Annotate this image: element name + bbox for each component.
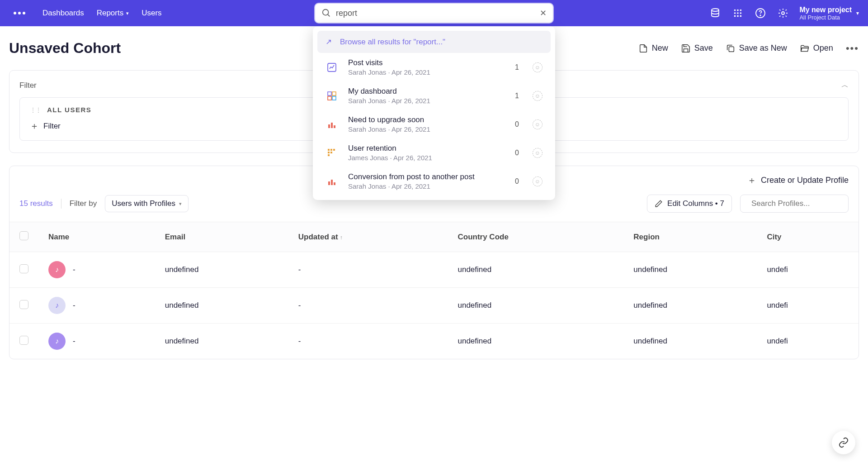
cell-country: undefined: [448, 324, 623, 359]
open-button[interactable]: Open: [800, 43, 833, 53]
svg-rect-26: [328, 152, 330, 153]
edit-columns-button[interactable]: Edit Columns • 7: [647, 195, 732, 213]
col-country[interactable]: Country Code: [448, 222, 623, 252]
result-type-icon: [326, 147, 338, 159]
table-row[interactable]: ♪- undefined - undefined undefined undef…: [9, 252, 859, 288]
avatar: ♪: [48, 333, 66, 350]
col-email[interactable]: Email: [155, 222, 288, 252]
search-result-row[interactable]: Need to upgrade soon Sarah Jonas · Apr 2…: [317, 110, 551, 138]
select-all-checkbox[interactable]: [19, 231, 28, 240]
result-count: 1: [515, 63, 519, 71]
header-actions: New Save Save as New Open •••: [638, 43, 859, 54]
cell-name: -: [73, 265, 75, 274]
help-icon[interactable]: [754, 7, 767, 19]
nav-reports-label: Reports: [97, 9, 124, 18]
users-with-profiles-dropdown[interactable]: Users with Profiles ▾: [105, 195, 189, 212]
result-title: Post visits: [348, 58, 505, 67]
nav-dashboards[interactable]: Dashboards: [42, 9, 84, 18]
clear-icon[interactable]: ✕: [540, 8, 547, 18]
smiley-icon[interactable]: ☺: [533, 62, 542, 72]
result-type-icon: [326, 61, 338, 74]
svg-rect-25: [333, 149, 335, 151]
chevron-up-icon[interactable]: ︿: [841, 81, 849, 90]
svg-rect-24: [330, 149, 332, 151]
chevron-down-icon: ▾: [179, 201, 182, 207]
gear-icon[interactable]: [777, 7, 789, 19]
svg-rect-22: [334, 125, 335, 128]
svg-line-1: [328, 14, 330, 17]
smiley-icon[interactable]: ☺: [533, 148, 542, 158]
svg-rect-32: [729, 47, 734, 52]
cell-email: undefined: [155, 324, 288, 359]
project-selector[interactable]: My new project All Project Data ▾: [799, 6, 859, 21]
smiley-icon[interactable]: ☺: [533, 119, 542, 129]
project-title: My new project: [799, 6, 852, 14]
svg-point-13: [760, 15, 761, 16]
svg-rect-17: [332, 92, 336, 95]
search-result-row[interactable]: Conversion from post to another post Sar…: [317, 167, 551, 195]
search-box[interactable]: ✕: [314, 3, 554, 24]
smiley-icon[interactable]: ☺: [533, 176, 542, 186]
search-profiles-box[interactable]: [740, 195, 849, 213]
svg-rect-29: [328, 181, 330, 185]
result-title: Need to upgrade soon: [348, 115, 505, 124]
search-result-row[interactable]: My dashboard Sarah Jonas · Apr 26, 2021 …: [317, 81, 551, 110]
nav-users[interactable]: Users: [142, 9, 161, 18]
svg-point-10: [737, 15, 739, 17]
nav-reports[interactable]: Reports▾: [97, 9, 129, 18]
browse-all-results[interactable]: ↗ Browse all results for "report...": [317, 31, 551, 53]
table-row[interactable]: ♪- undefined - undefined undefined undef…: [9, 288, 859, 324]
result-meta: James Jonas · Apr 26, 2021: [348, 154, 505, 162]
pencil-icon: [655, 200, 663, 208]
link-fab[interactable]: [832, 431, 855, 454]
results-table: Name Email Updated at↑ Country Code Regi…: [9, 222, 859, 359]
search-profiles-input[interactable]: [751, 199, 847, 208]
col-region[interactable]: Region: [623, 222, 757, 252]
col-updated[interactable]: Updated at↑: [288, 222, 448, 252]
search-input[interactable]: [336, 9, 535, 18]
result-meta: Sarah Jonas · Apr 26, 2021: [348, 97, 505, 105]
col-city[interactable]: City: [757, 222, 859, 252]
svg-point-2: [712, 9, 719, 11]
database-icon[interactable]: [709, 7, 722, 19]
apps-icon[interactable]: [731, 7, 744, 19]
search-icon: [321, 8, 331, 18]
arrow-icon: ↗: [326, 37, 332, 47]
drag-icon[interactable]: ⋮⋮: [30, 106, 41, 114]
svg-point-6: [734, 12, 736, 14]
row-checkbox[interactable]: [19, 264, 28, 273]
search-result-row[interactable]: Post visits Sarah Jonas · Apr 26, 2021 1…: [317, 53, 551, 81]
cell-region: undefined: [623, 288, 757, 324]
more-icon[interactable]: •••: [846, 43, 859, 54]
row-checkbox[interactable]: [19, 336, 28, 345]
svg-rect-20: [328, 124, 330, 128]
table-row[interactable]: ♪- undefined - undefined undefined undef…: [9, 324, 859, 359]
svg-point-8: [740, 12, 742, 14]
cell-email: undefined: [155, 288, 288, 324]
row-checkbox[interactable]: [19, 300, 28, 309]
new-button[interactable]: New: [638, 43, 668, 53]
menu-icon[interactable]: [9, 12, 30, 14]
smiley-icon[interactable]: ☺: [533, 91, 542, 101]
result-type-icon: [326, 175, 338, 188]
search-dropdown: ↗ Browse all results for "report..." Pos…: [313, 26, 555, 200]
divider: [61, 199, 61, 209]
svg-point-5: [740, 10, 742, 11]
browse-all-label: Browse all results for "report...": [340, 38, 445, 47]
cell-country: undefined: [448, 288, 623, 324]
page-title: Unsaved Cohort: [9, 40, 121, 57]
search-result-row[interactable]: User retention James Jonas · Apr 26, 202…: [317, 138, 551, 167]
svg-point-3: [734, 10, 736, 11]
cell-region: undefined: [623, 252, 757, 288]
cell-name: -: [73, 337, 75, 346]
svg-rect-19: [332, 96, 336, 100]
save-button[interactable]: Save: [681, 43, 713, 53]
cell-region: undefined: [623, 324, 757, 359]
col-name[interactable]: Name: [38, 222, 155, 252]
cell-city: undefi: [757, 252, 859, 288]
save-as-new-button[interactable]: Save as New: [726, 43, 787, 53]
create-profile-button[interactable]: ＋ Create or Update Profile: [747, 174, 849, 186]
svg-rect-23: [328, 149, 330, 151]
cell-email: undefined: [155, 252, 288, 288]
avatar: ♪: [48, 297, 66, 314]
